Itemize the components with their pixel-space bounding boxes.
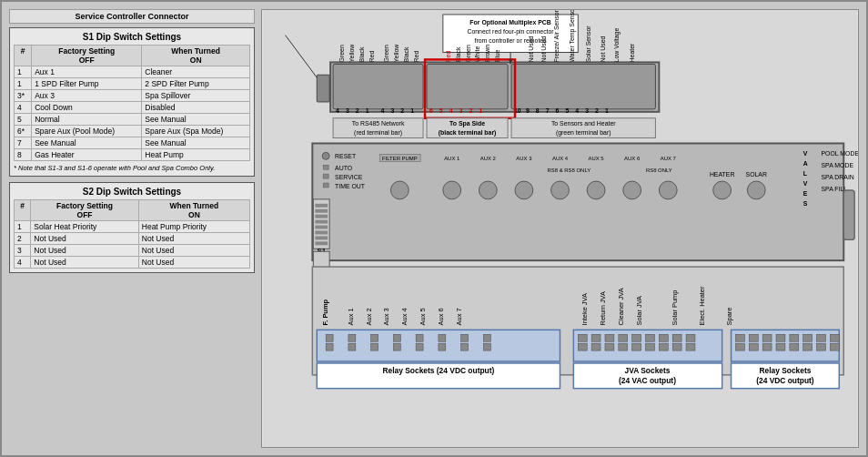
inteke-jva-label: Inteke JVA	[580, 293, 589, 325]
jva-pin-16	[672, 343, 681, 350]
filter-pump-button[interactable]	[390, 181, 409, 199]
aux5-conn-label: Aux 5	[419, 308, 427, 325]
relay-socket-right-label-line2: (24 VDC output)	[756, 376, 814, 385]
term-num-4s: 4	[575, 107, 579, 114]
aux3-conn-label: Aux 3	[382, 308, 390, 325]
timeout-label: TIME OUT	[335, 183, 366, 189]
wire-label-freeze: Freeze/ Air Sensor	[553, 10, 560, 62]
term-num-3s: 3	[585, 107, 589, 114]
svg-rect-3	[427, 64, 508, 108]
table-row: 3 Not Used Not Used	[15, 245, 250, 257]
table-row: 2 Not Used Not Used	[15, 233, 250, 245]
heater-label: HEATER	[710, 171, 735, 178]
aux3-label: AUX 3	[516, 156, 532, 161]
timeout-indicator	[323, 183, 328, 188]
r-pin-6	[762, 343, 772, 350]
s1-dip-switch-box: S1 Dip Switch Settings # Factory Setting…	[9, 27, 255, 177]
aux4-button[interactable]	[551, 181, 570, 199]
term-num-4c: 4	[449, 107, 453, 114]
aux2-conn-label: Aux 2	[365, 308, 373, 325]
s1-col-on: When TurnedON	[142, 46, 250, 66]
reset-indicator	[322, 152, 329, 159]
term-num-6: 6	[429, 107, 433, 114]
conn-pin-14	[461, 343, 469, 350]
wire-label-notused1: Not Used	[528, 36, 534, 62]
pcb-note-line1: For Optional Multiplex PCB	[469, 19, 550, 26]
svg-rect-4	[511, 64, 655, 108]
heater-button[interactable]	[713, 181, 732, 199]
jva-pin-4	[591, 343, 601, 350]
network-label-sensor-line1: To Sensors and Heater	[551, 120, 616, 127]
aux7-button[interactable]	[659, 181, 677, 199]
aux1-button[interactable]	[443, 181, 461, 199]
term-num-5: 5	[439, 107, 443, 114]
jva-pin-5	[605, 334, 614, 341]
term-num-2c: 2	[469, 107, 473, 114]
term-num-2s: 2	[595, 107, 599, 114]
network-label-sensor-line2: (green terminal bar)	[556, 129, 611, 137]
aux5-button[interactable]	[587, 181, 605, 199]
r-pin-11	[803, 334, 812, 341]
r-pin-2	[735, 343, 744, 350]
wire-label-watertemp: Water Temp Sensor	[569, 10, 576, 62]
r-pin-16	[830, 343, 839, 350]
aux6-conn-label: Aux 6	[437, 308, 445, 325]
solar-label: SOLAR	[746, 171, 767, 178]
jva-socket-label-line2: (24 VAC output)	[619, 376, 676, 385]
term-num-7: 7	[546, 107, 550, 114]
service-label: SERVICE	[335, 174, 363, 180]
wire-label-lowvolt: Low Voltage	[613, 28, 621, 63]
pool-mode-label: POOL MODE	[822, 150, 858, 157]
jva-pin-14	[659, 343, 668, 350]
wire-label-yellow1: Yellow	[348, 45, 355, 63]
service-connector-label: Service Controller Connector	[9, 9, 255, 24]
jva-pin-9	[632, 334, 641, 341]
conn-pin-15	[483, 334, 490, 341]
table-row: 4 Cool Down Disabled	[15, 102, 250, 114]
r-pin-13	[817, 334, 826, 341]
wire-label-black2: Black	[403, 46, 409, 62]
svg-rect-13	[315, 230, 328, 234]
wire-label-solar: Solar Sensor	[585, 25, 591, 63]
s1-table: # Factory SettingOFF When TurnedON 1 Aux…	[14, 45, 250, 161]
pcb-note-line3: from controller or remotes	[475, 37, 548, 44]
aux2-button[interactable]	[479, 181, 497, 199]
s1-col-num: #	[15, 46, 32, 66]
table-row: 7 See Manual See Manual	[15, 137, 250, 149]
term-num-1s: 1	[605, 107, 609, 114]
jva-pin-10	[632, 343, 641, 350]
term-num-1a: 1	[366, 107, 369, 114]
spa-mode-label: SPA MODE	[822, 162, 854, 168]
solar-button[interactable]	[747, 181, 765, 199]
wire-label-notused3: Not Used	[600, 36, 606, 62]
conn-pin-4	[348, 343, 356, 350]
s2-dip-switch-box: S2 Dip Switch Settings # Factory Setting…	[9, 182, 255, 273]
aux6-button[interactable]	[623, 181, 641, 199]
network-label-spa-line2: (black terminal bar)	[439, 129, 497, 137]
term-num-1b: 1	[410, 107, 414, 114]
term-num-9: 9	[526, 107, 530, 114]
jva-pin-15	[672, 334, 681, 341]
svg-rect-11	[315, 220, 328, 224]
conn-pin-7	[393, 334, 400, 341]
jva-pin-17	[686, 334, 695, 341]
spare-label: Spare	[725, 308, 733, 326]
jva-pin-6	[605, 343, 614, 350]
r-pin-5	[762, 334, 772, 341]
network-label-rs485-line2: (red terminal bar)	[354, 129, 402, 137]
aux7-conn-label: Aux 7	[455, 308, 463, 325]
aux2-label: AUX 2	[480, 156, 496, 161]
table-row: 5 Normal See Manual	[15, 114, 250, 126]
aux3-button[interactable]	[515, 181, 533, 199]
wire-label-red1: Red	[368, 51, 375, 63]
r-pin-9	[790, 334, 799, 341]
r-pin-4	[749, 343, 758, 350]
conn-pin-5	[371, 334, 378, 341]
elec-heater-label: Elect. Heater	[698, 286, 706, 325]
diagram-area: For Optional Multiplex PCB Connect red f…	[261, 9, 859, 448]
svg-rect-12	[315, 226, 328, 229]
conn-pin-6	[371, 343, 378, 350]
svg-rect-8	[315, 204, 328, 208]
filter-pump-label: FILTER PUMP	[382, 156, 418, 161]
s1-title: S1 Dip Switch Settings	[14, 32, 250, 42]
